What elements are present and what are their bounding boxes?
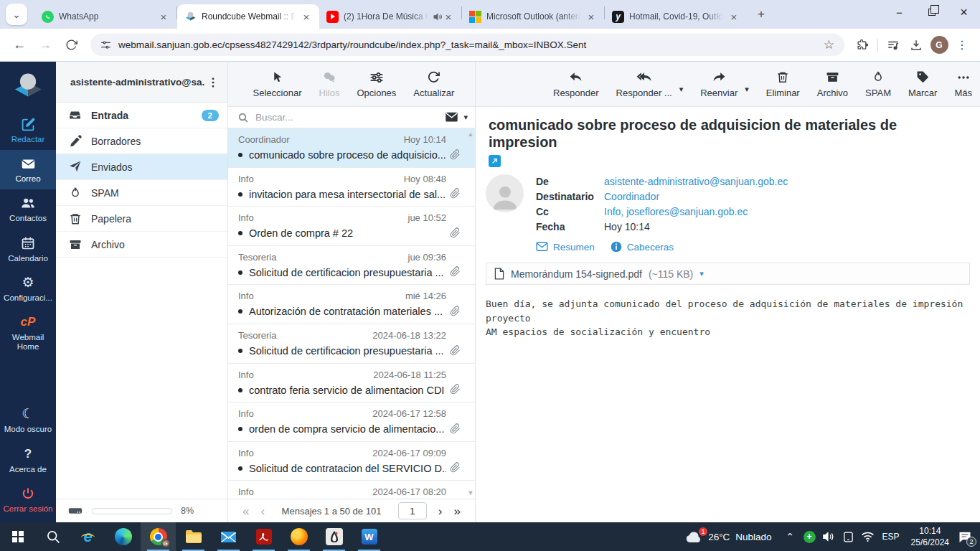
new-tab-button[interactable]: + bbox=[751, 4, 771, 24]
forward-menu-icon[interactable]: ▾ bbox=[745, 85, 749, 94]
rail-contacts[interactable]: Contactos bbox=[0, 189, 56, 229]
attachment-name[interactable]: Memorándum 154-signed.pdf bbox=[511, 268, 642, 280]
message-row[interactable]: InfoHoy 08:48 invitacion para mesa inter… bbox=[228, 168, 475, 207]
message-row[interactable]: CoordinadorHoy 10:14 comunicado sobre pr… bbox=[228, 128, 475, 168]
edge-button[interactable] bbox=[105, 522, 141, 551]
message-row[interactable]: Info2024-06-18 11:25 contrato feria serv… bbox=[228, 364, 475, 403]
attachment-menu-icon[interactable]: ▾ bbox=[699, 269, 704, 278]
tab-outlook[interactable]: Microsoft Outlook (anteriorm × bbox=[462, 4, 604, 29]
wifi-icon[interactable] bbox=[858, 522, 877, 551]
list-scrollbar[interactable]: ▲ ▼ bbox=[466, 128, 475, 499]
tray-chevron-up-icon[interactable]: ⌃ bbox=[781, 522, 800, 551]
spam-button[interactable]: SPAM bbox=[865, 70, 891, 98]
reply-button[interactable]: Responder bbox=[553, 70, 599, 98]
antivirus-icon[interactable]: + bbox=[800, 522, 819, 551]
close-icon[interactable]: × bbox=[443, 11, 454, 23]
refresh-button[interactable]: Actualizar bbox=[413, 70, 454, 98]
tab-audio-icon[interactable] bbox=[433, 12, 443, 22]
file-explorer-button[interactable] bbox=[176, 522, 211, 551]
tab-search-button[interactable]: ⌄ bbox=[6, 4, 27, 25]
notification-center-button[interactable]: 2 bbox=[958, 531, 971, 543]
open-in-new-window-icon[interactable] bbox=[489, 155, 501, 167]
search-input[interactable] bbox=[255, 112, 438, 123]
prev-page-button[interactable]: ‹ bbox=[255, 505, 270, 517]
folder-trash[interactable]: Papelera bbox=[56, 206, 227, 232]
firefox-button[interactable] bbox=[281, 522, 316, 551]
folder-actions-icon[interactable]: ⋮ bbox=[204, 75, 222, 89]
folder-sent[interactable]: Enviados bbox=[56, 154, 227, 180]
acrobat-button[interactable] bbox=[246, 522, 281, 551]
clock[interactable]: 10:14 25/6/2024 bbox=[905, 525, 956, 548]
message-row[interactable]: Info2024-06-17 08:20 bbox=[228, 481, 475, 499]
summary-link[interactable]: Resumen bbox=[536, 241, 595, 253]
mail-app-button[interactable] bbox=[211, 522, 246, 551]
rail-calendar[interactable]: Calendario bbox=[0, 230, 56, 269]
rail-about[interactable]: ? Acerca de bbox=[0, 441, 56, 480]
reply-all-button[interactable]: Responder ... bbox=[616, 70, 672, 98]
scroll-down-icon[interactable]: ▼ bbox=[468, 489, 474, 496]
minimize-button[interactable]: − bbox=[883, 0, 915, 24]
close-icon[interactable]: × bbox=[728, 11, 740, 23]
address-bar[interactable]: webmail.sanjuan.gob.ec/cpsess4827429142/… bbox=[90, 34, 844, 56]
more-button[interactable]: Más bbox=[954, 70, 972, 98]
scroll-up-icon[interactable]: ▲ bbox=[468, 131, 474, 138]
taskbar-search-button[interactable] bbox=[35, 522, 70, 551]
close-window-button[interactable]: × bbox=[948, 0, 980, 24]
archive-button[interactable]: Archivo bbox=[817, 70, 848, 98]
message-row[interactable]: Tesoreriajue 09:36 Solicitud de certific… bbox=[228, 246, 475, 286]
forward-button[interactable]: → bbox=[33, 33, 57, 57]
last-page-button[interactable]: » bbox=[448, 505, 466, 517]
message-row[interactable]: Tesoreria2024-06-18 13:22 Solicitud de c… bbox=[228, 324, 475, 364]
restore-button[interactable] bbox=[915, 0, 948, 24]
tablet-mode-icon[interactable] bbox=[839, 522, 858, 551]
attachment-bar[interactable]: Memorándum 154-signed.pdf (~115 KB) ▾ bbox=[486, 263, 970, 285]
close-icon[interactable]: × bbox=[158, 11, 169, 23]
rail-settings[interactable]: ⚙ Configuraci... bbox=[0, 269, 56, 309]
word-button[interactable]: W bbox=[352, 522, 387, 551]
search-scope[interactable]: ▾ bbox=[445, 112, 468, 123]
rail-mail[interactable]: Correo bbox=[0, 150, 56, 189]
rail-logout[interactable]: Cerrar sesión bbox=[0, 480, 56, 522]
downloads-icon[interactable] bbox=[905, 34, 927, 56]
tab-hotmail[interactable]: y Hotmail, Covid-19, Outlook, × bbox=[605, 4, 747, 29]
browser-menu-icon[interactable]: ⋮ bbox=[951, 34, 973, 56]
extensions-icon[interactable] bbox=[852, 34, 873, 56]
bookmark-star-icon[interactable]: ☆ bbox=[824, 37, 834, 52]
reload-button[interactable] bbox=[59, 33, 83, 57]
rail-dark-mode[interactable]: ☾ Modo oscuro bbox=[0, 400, 56, 440]
threads-button[interactable]: Hilos bbox=[319, 70, 340, 98]
first-page-button[interactable]: « bbox=[237, 505, 255, 517]
to-value[interactable]: Coordinador bbox=[604, 191, 659, 202]
start-button[interactable] bbox=[0, 522, 35, 551]
chrome-button[interactable]: G bbox=[141, 522, 176, 551]
mark-button[interactable]: Marcar bbox=[908, 70, 937, 98]
folder-archive[interactable]: Archivo bbox=[56, 232, 227, 258]
folder-inbox[interactable]: Entrada 2 bbox=[56, 103, 227, 128]
delete-button[interactable]: Eliminar bbox=[766, 70, 800, 98]
from-value[interactable]: asistente-administrativo@sanjuan.gob.ec bbox=[604, 176, 788, 187]
volume-icon[interactable] bbox=[819, 522, 839, 551]
weather-widget[interactable]: 1 26°C Nublado bbox=[677, 531, 780, 543]
close-icon[interactable]: × bbox=[585, 11, 597, 23]
back-button[interactable]: ← bbox=[7, 33, 32, 57]
message-row[interactable]: Infomié 14:26 Autorización de contrataci… bbox=[228, 285, 475, 324]
page-input[interactable] bbox=[398, 502, 427, 519]
reply-all-menu-icon[interactable]: ▾ bbox=[679, 85, 684, 94]
site-settings-icon[interactable] bbox=[100, 39, 111, 50]
forward-button[interactable]: Reenviar bbox=[700, 70, 738, 98]
tab-roundcube[interactable]: Roundcube Webmail :: Envia × bbox=[177, 4, 319, 29]
media-controls-icon[interactable] bbox=[882, 34, 904, 56]
rail-webmail-home[interactable]: cP Webmail Home bbox=[0, 309, 56, 357]
tab-youtube[interactable]: (2) 1Hora De Música Co × bbox=[319, 4, 461, 29]
folder-drafts[interactable]: Borradores bbox=[56, 128, 227, 154]
tab-whatsapp[interactable]: WhatsApp × bbox=[34, 4, 176, 29]
rail-compose[interactable]: Redactar bbox=[0, 110, 56, 150]
next-page-button[interactable]: › bbox=[433, 505, 448, 517]
internet-explorer-button[interactable]: e bbox=[70, 522, 105, 551]
profile-avatar[interactable]: G bbox=[928, 34, 950, 56]
url-text[interactable]: webmail.sanjuan.gob.ec/cpsess4827429142/… bbox=[118, 39, 816, 50]
close-icon[interactable]: × bbox=[301, 11, 312, 23]
folder-spam[interactable]: SPAM bbox=[56, 180, 227, 206]
message-row[interactable]: Infojue 10:52 Orden de compra # 22 bbox=[228, 207, 475, 246]
options-button[interactable]: Opciones bbox=[357, 70, 396, 98]
